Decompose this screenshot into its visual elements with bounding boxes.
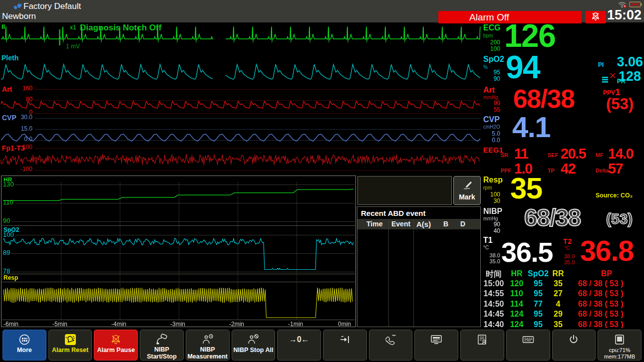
- art-mean-value: (53): [606, 96, 634, 112]
- trend-table-cell: 110: [508, 289, 525, 298]
- t1-alarm-limits: 38.035.0: [482, 252, 500, 264]
- mf-label: MF: [596, 152, 604, 158]
- art-gridline: [35, 89, 481, 90]
- art-value: 68/38: [513, 86, 575, 112]
- event-col-divider: [388, 219, 389, 327]
- trend-table-cell: 68 / 38 ( 53 ): [578, 300, 643, 309]
- call-button[interactable]: [369, 330, 413, 361]
- sr-label: SR: [501, 152, 508, 158]
- nibp-start-stop-button[interactable]: NIBP Start/Stop: [140, 330, 184, 361]
- art-alarm-limits: 9055: [482, 100, 500, 113]
- input-panel-button[interactable]: [506, 330, 550, 361]
- sef-value: 20.5: [561, 147, 586, 161]
- t2-value: 36.8: [580, 236, 634, 265]
- mark-button[interactable]: Mark: [453, 176, 481, 205]
- nibp-param-label: NIBP: [483, 207, 502, 216]
- hr-value: 126: [504, 20, 555, 52]
- sr-value: 11: [514, 147, 528, 161]
- patient-category-icon: [13, 3, 22, 12]
- t1-unit: °C: [483, 245, 489, 250]
- event-col-divider: [413, 219, 414, 327]
- cvp-value: 4.1: [512, 113, 550, 142]
- nibp-alarm-limits: 9040: [482, 221, 500, 234]
- t2-alarm-limits: 38.035.0: [564, 253, 575, 265]
- eeg-gridline: [35, 148, 481, 149]
- event-header-row: Time Event A(s) B D: [357, 219, 480, 229]
- nibp-cuff-icon: [155, 333, 168, 346]
- trend-tick: -1min: [288, 321, 303, 328]
- trend-table-cell: 14:55: [482, 289, 505, 298]
- trend-tick: -4min: [111, 321, 126, 328]
- nibp-stop-all-label: NIBP Stop All: [234, 347, 274, 354]
- trend-table-cell: 68 / 38 ( 53 ): [578, 279, 643, 288]
- t1-param-label: T1: [483, 236, 493, 245]
- more-label: More: [17, 347, 32, 354]
- resp-alarm-limits: 10030: [482, 191, 500, 204]
- trend-table-cell: 95: [527, 320, 549, 329]
- trend-divider: [2, 320, 355, 320]
- more-button[interactable]: More: [2, 330, 46, 361]
- trend-table-cell: 35: [550, 279, 566, 288]
- resp-unit: rpm: [483, 185, 492, 190]
- brush-icon: [462, 181, 473, 192]
- nibp-measurement-button[interactable]: NIBP Measurement: [186, 330, 230, 361]
- delta-label: Delta: [596, 168, 609, 174]
- patient-type-label[interactable]: Newborn: [2, 11, 36, 21]
- trend-table-cell: 27: [550, 289, 566, 298]
- quick-key-toolbar: More Alarm Reset Alarm Pause: [0, 328, 644, 362]
- tp-value: 42: [561, 162, 575, 176]
- col-spo2: SpO2: [527, 269, 549, 278]
- delta-value: 57: [608, 162, 623, 176]
- trend-tick: -6min: [3, 321, 18, 328]
- cvp-scale-hi: 30.0: [17, 114, 32, 121]
- more-icon: [18, 333, 31, 347]
- config-profile-label[interactable]: Factory Default: [23, 1, 81, 11]
- minitrend-panel[interactable]: HR 130 110 90 SpO2 100 89 78 Resp -6min …: [1, 176, 356, 327]
- trend-table-cell: 114: [508, 300, 525, 309]
- alarm-reset-button[interactable]: Alarm Reset: [48, 330, 92, 361]
- person-stop-icon: [247, 333, 260, 347]
- cvp-wave-label[interactable]: CVP: [2, 114, 16, 122]
- trend-table-cell: 35: [550, 320, 566, 329]
- spo2-alarm-limits: 9590: [482, 69, 500, 82]
- ecg-param-label: ECG: [483, 23, 501, 32]
- arrow-to-bar-icon: [339, 333, 351, 347]
- alarm-pause-icon: [110, 333, 122, 347]
- pi-label: PI: [598, 61, 604, 68]
- trend-table-cell: 95: [527, 279, 549, 288]
- alarm-off-button[interactable]: [585, 11, 606, 23]
- trend-tick: 0min: [338, 321, 351, 328]
- cpu-usage: cpu:71%: [609, 347, 631, 353]
- art-scale-hi: 160: [17, 85, 32, 92]
- mf-value: 14.0: [608, 147, 633, 161]
- nibp-stop-all-button[interactable]: NIBP Stop All: [232, 330, 276, 361]
- mark-button-label: Mark: [459, 193, 475, 201]
- trend-table-cell: 68 / 38 ( 53 ): [578, 289, 643, 298]
- tp-label: TP: [548, 168, 555, 174]
- alarm-reset-icon: [64, 333, 76, 347]
- display-button[interactable]: [414, 330, 458, 361]
- resp-param-label: Resp: [483, 176, 503, 184]
- alarm-pause-button[interactable]: Alarm Pause: [94, 330, 138, 361]
- patient-records-button[interactable]: [460, 330, 504, 361]
- event-col-as: A(s): [416, 220, 431, 228]
- col-bp: BP: [594, 269, 619, 278]
- resp-value: 35: [510, 174, 542, 203]
- t2-param-label: T2: [563, 237, 572, 245]
- event-col-b: B: [443, 220, 448, 228]
- trend-table-cell: 29: [550, 310, 566, 319]
- ecg-waveform: [0, 22, 481, 48]
- clock: 15:02: [607, 7, 642, 23]
- standby-button[interactable]: [323, 330, 367, 361]
- zero-ibp-button[interactable]: →0←: [277, 330, 321, 361]
- trend-table-cell: 14:50: [482, 300, 505, 309]
- event-note-box[interactable]: [357, 176, 452, 205]
- alarm-reset-label: Alarm Reset: [52, 347, 88, 354]
- mem-usage: mem:177MB: [604, 354, 635, 360]
- power-button[interactable]: [552, 330, 596, 361]
- alarm-banner-text: Alarm Off: [469, 12, 509, 23]
- art-wave-label[interactable]: Art: [2, 85, 12, 93]
- system-status-button[interactable]: cpu:71% mem:177MB: [598, 330, 642, 361]
- trend-tick: -2min: [229, 321, 244, 328]
- col-time: 时间: [483, 269, 504, 280]
